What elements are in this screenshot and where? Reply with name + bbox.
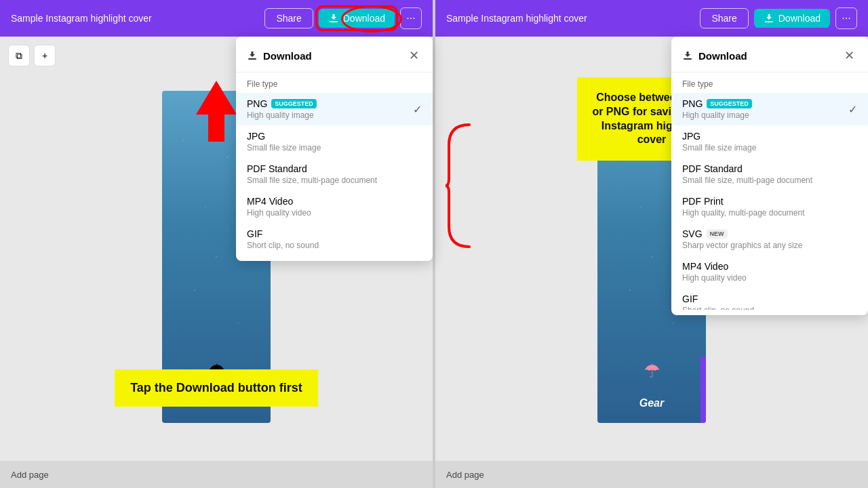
- right-dropdown-download-icon: [682, 50, 693, 61]
- right-download-icon: [764, 13, 774, 24]
- right-png-badge: SUGGESTED: [707, 99, 752, 108]
- left-jpg-name: JPG: [247, 131, 265, 142]
- purple-accent: [701, 357, 706, 423]
- add-tool-button[interactable]: +: [34, 45, 56, 66]
- right-option-pdf-standard[interactable]: PDF Standard Small file size, multi-page…: [671, 158, 868, 190]
- right-dropdown-title: Download: [682, 50, 747, 62]
- right-pdf-print-name: PDF Print: [682, 196, 724, 207]
- right-pdf-standard-name: PDF Standard: [682, 163, 743, 174]
- left-option-gif[interactable]: GIF Short clip, no sound: [236, 223, 433, 256]
- left-share-button[interactable]: Share: [264, 8, 313, 28]
- right-png-name: PNG: [682, 98, 703, 109]
- right-png-desc: High quality image: [682, 110, 848, 120]
- left-download-dropdown: Download ✕ File type PNG SUGGESTED High …: [236, 37, 433, 261]
- left-option-mp4[interactable]: MP4 Video High quality video: [236, 190, 433, 223]
- left-add-page-bar[interactable]: Add page: [0, 461, 433, 488]
- svg-rect-3: [765, 21, 773, 22]
- svg-rect-0: [330, 21, 338, 22]
- left-mp4-desc: High quality video: [247, 208, 422, 218]
- right-dropdown-close-button[interactable]: ✕: [841, 47, 857, 64]
- left-topbar: Sample Instagram highlight cover Share D…: [0, 0, 433, 37]
- right-option-svg[interactable]: SVG NEW Sharp vector graphics at any siz…: [671, 223, 868, 256]
- right-pdf-print-desc: High quality, multi-page document: [682, 208, 857, 218]
- left-panel: Sample Instagram highlight cover Share D…: [0, 0, 433, 488]
- right-share-button[interactable]: Share: [700, 8, 748, 28]
- right-svg-name: SVG: [682, 228, 703, 239]
- svg-rect-2: [248, 58, 256, 60]
- left-dropdown-title: Download: [247, 50, 312, 62]
- left-mp4-name: MP4 Video: [247, 196, 293, 207]
- right-pdf-standard-desc: Small file size, multi-page document: [682, 176, 857, 185]
- left-dropdown-header: Download ✕: [236, 37, 433, 73]
- copy-tool-button[interactable]: ⧉: [8, 45, 30, 66]
- right-mp4-name: MP4 Video: [682, 261, 728, 272]
- left-annotation-box: Tap the Download button first: [115, 369, 318, 407]
- red-brace-annotation: [442, 118, 476, 253]
- left-dropdown-close-button[interactable]: ✕: [406, 47, 422, 64]
- left-png-badge: SUGGESTED: [271, 99, 317, 108]
- left-option-pdf-standard[interactable]: PDF Standard Small file size, multi-page…: [236, 158, 433, 190]
- right-mp4-desc: High quality video: [682, 273, 857, 283]
- left-gif-name: GIF: [247, 228, 262, 239]
- right-option-pdf-print[interactable]: PDF Print High quality, multi-page docum…: [671, 190, 868, 223]
- right-jpg-desc: Small file size image: [682, 143, 857, 152]
- right-add-page-label: Add page: [446, 470, 484, 480]
- svg-rect-4: [684, 58, 692, 60]
- right-option-png[interactable]: PNG SUGGESTED High quality image ✓: [671, 93, 868, 125]
- right-png-check: ✓: [848, 103, 857, 116]
- left-topbar-title: Sample Instagram highlight cover: [11, 13, 152, 24]
- right-svg-desc: Sharp vector graphics at any size: [682, 241, 857, 250]
- right-file-type-label: File type: [671, 73, 868, 93]
- dropdown-download-icon: [247, 50, 258, 61]
- left-topbar-actions: Share Download ···: [264, 7, 422, 29]
- left-png-check: ✓: [413, 103, 422, 116]
- left-canvas-toolbar: ⧉ +: [8, 45, 56, 66]
- left-jpg-desc: Small file size image: [247, 143, 422, 152]
- left-file-type-label: File type: [236, 73, 433, 93]
- right-option-gif[interactable]: GIF Short clip, no sound: [671, 288, 868, 310]
- left-more-button[interactable]: ···: [400, 7, 422, 29]
- right-download-dropdown: Download ✕ File type PNG SUGGESTED High …: [671, 37, 868, 315]
- right-topbar: Sample Instagram highlight cover Share D…: [435, 0, 868, 37]
- right-canvas-text: Gear: [639, 397, 664, 409]
- right-add-page-bar[interactable]: Add page: [435, 461, 868, 488]
- left-png-desc: High quality image: [247, 110, 413, 120]
- right-download-button[interactable]: Download: [754, 9, 830, 28]
- right-more-button[interactable]: ···: [835, 7, 857, 29]
- left-option-jpg[interactable]: JPG Small file size image: [236, 125, 433, 158]
- right-dropdown-scroll[interactable]: PNG SUGGESTED High quality image ✓ JPG S…: [671, 93, 868, 310]
- left-add-page-label: Add page: [11, 470, 49, 480]
- left-pdf-standard-desc: Small file size, multi-page document: [247, 176, 422, 185]
- right-jpg-name: JPG: [682, 131, 701, 142]
- right-svg-badge: NEW: [707, 229, 728, 239]
- right-panel: Sample Instagram highlight cover Share D…: [435, 0, 868, 488]
- left-png-name: PNG: [247, 98, 267, 109]
- right-topbar-title: Sample Instagram highlight cover: [446, 13, 587, 24]
- right-umbrella-icon: ☂: [644, 360, 660, 382]
- left-option-png[interactable]: PNG SUGGESTED High quality image ✓: [236, 93, 433, 125]
- right-topbar-actions: Share Download ···: [700, 7, 857, 29]
- right-option-mp4[interactable]: MP4 Video High quality video: [671, 256, 868, 288]
- right-gif-desc: Short clip, no sound: [682, 306, 857, 310]
- left-dropdown-scroll[interactable]: PNG SUGGESTED High quality image ✓ JPG S…: [236, 93, 433, 256]
- left-gif-desc: Short clip, no sound: [247, 241, 422, 250]
- left-download-button[interactable]: Download: [319, 9, 395, 28]
- download-icon: [328, 13, 339, 24]
- red-arrow-annotation: [189, 77, 243, 145]
- right-dropdown-header: Download ✕: [671, 37, 868, 73]
- right-gif-name: GIF: [682, 293, 698, 304]
- left-pdf-standard-name: PDF Standard: [247, 163, 307, 174]
- right-option-jpg[interactable]: JPG Small file size image: [671, 125, 868, 158]
- svg-marker-1: [196, 81, 237, 142]
